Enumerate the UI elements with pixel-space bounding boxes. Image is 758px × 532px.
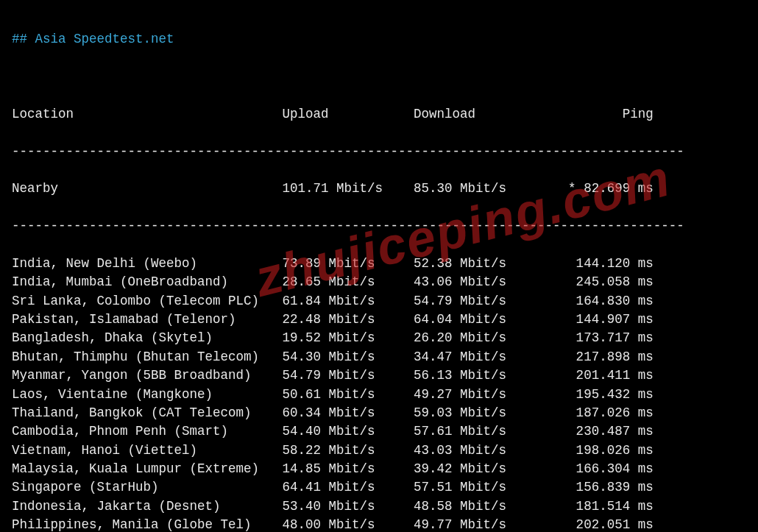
column-header-row: Location Upload Download Ping xyxy=(12,105,746,124)
table-row: Myanmar, Yangon (5BB Broadband) 54.79 Mb… xyxy=(12,366,746,385)
table-row: India, Mumbai (OneBroadband) 28.65 Mbit/… xyxy=(12,273,746,291)
table-row: Bangladesh, Dhaka (Skytel) 19.52 Mbit/s … xyxy=(12,329,746,347)
table-row: Vietnam, Hanoi (Viettel) 58.22 Mbit/s 43… xyxy=(12,441,746,460)
divider-line: ----------------------------------------… xyxy=(12,143,746,161)
table-row: Singapore (StarHub) 64.41 Mbit/s 57.51 M… xyxy=(12,478,746,497)
blank-line xyxy=(12,68,746,86)
section-title: ## Asia Speedtest.net xyxy=(12,30,746,49)
table-row: Laos, Vientaine (Mangkone) 50.61 Mbit/s … xyxy=(12,386,746,404)
table-row: Sri Lanka, Colombo (Telecom PLC) 61.84 M… xyxy=(12,292,746,311)
table-row: India, New Delhi (Weebo) 73.89 Mbit/s 52… xyxy=(12,255,746,273)
table-row: Cambodia, Phnom Penh (Smart) 54.40 Mbit/… xyxy=(12,422,746,441)
terminal-output: ## Asia Speedtest.net Location Upload Do… xyxy=(12,12,746,532)
table-row: Pakistan, Islamabad (Telenor) 22.48 Mbit… xyxy=(12,311,746,329)
table-row: Philippines, Manila (Globe Tel) 48.00 Mb… xyxy=(12,516,746,532)
table-row: Malaysia, Kuala Lumpur (Extreme) 14.85 M… xyxy=(12,460,746,478)
divider-line: ----------------------------------------… xyxy=(12,217,746,235)
table-row: Bhutan, Thimphu (Bhutan Telecom) 54.30 M… xyxy=(12,348,746,366)
table-row: Thailand, Bangkok (CAT Telecom) 60.34 Mb… xyxy=(12,404,746,422)
nearby-row: Nearby 101.71 Mbit/s 85.30 Mbit/s * 82.6… xyxy=(12,180,746,198)
table-row: Indonesia, Jakarta (Desnet) 53.40 Mbit/s… xyxy=(12,497,746,516)
